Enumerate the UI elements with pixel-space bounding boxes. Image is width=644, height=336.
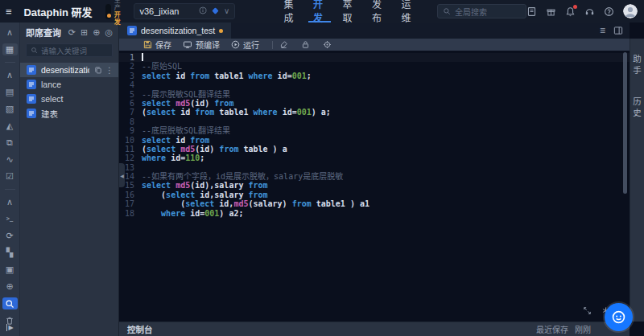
right-tab-assistant[interactable]: 助手 bbox=[631, 55, 643, 76]
panel-title: 即席查询 bbox=[26, 26, 64, 39]
editor-tab-bar: desensitization_test ≡ bbox=[119, 23, 630, 39]
code-line-17[interactable]: 17 (select id,md5(salary) from table1 ) … bbox=[119, 199, 630, 208]
env-toggle-track[interactable] bbox=[105, 4, 111, 19]
code-line-18[interactable]: 18 where id=001) a2; bbox=[119, 209, 630, 218]
code-line-8[interactable]: 8 bbox=[119, 117, 630, 126]
rail-chevron-up-icon[interactable]: ∧ bbox=[2, 196, 18, 208]
run-button[interactable]: 运行 bbox=[231, 39, 259, 51]
list-item-2[interactable]: select bbox=[20, 92, 118, 106]
code-line-16[interactable]: 16 (select id,salary from bbox=[119, 191, 630, 199]
rail-search-icon[interactable] bbox=[2, 297, 18, 309]
line-number: 7 bbox=[119, 108, 142, 117]
top-bar: ≡ Dataphin 研发 生产 开发 v36_jixian ∨ 集成开发萃取发… bbox=[0, 0, 644, 23]
code-line-5[interactable]: 5--展示脱敏SQL翻译结果 bbox=[119, 90, 630, 99]
collapse-panel-handle[interactable]: ◀ bbox=[119, 163, 125, 187]
code-line-3[interactable]: 3select id from table1 where id=001; bbox=[119, 72, 630, 80]
new-folder-icon[interactable]: ⊕ bbox=[93, 28, 100, 37]
rail-table-icon[interactable]: ▦ bbox=[2, 43, 18, 55]
rail-pyramid-icon[interactable]: ◭ bbox=[2, 120, 18, 132]
code-line-10[interactable]: 10select id from bbox=[119, 136, 630, 145]
format-icon[interactable] bbox=[279, 40, 288, 49]
left-icon-rail: ∧▦∧▤▧◭⧉∿☑∧>_⟳▚▣⊕▶ bbox=[0, 23, 20, 336]
env-toggle[interactable]: 生产 开发 bbox=[105, 0, 125, 26]
expand-rail-icon[interactable]: ▶ bbox=[0, 324, 20, 331]
code-line-7[interactable]: 7(select id from table1 where id=001) a; bbox=[119, 108, 630, 117]
topnav-item-2[interactable]: 萃取 bbox=[337, 0, 361, 23]
main-menu-icon[interactable]: ≡ bbox=[0, 6, 17, 18]
list-item-1[interactable]: lance bbox=[20, 77, 118, 92]
more-actions-icon[interactable]: ⋮ bbox=[105, 66, 114, 75]
info-icon[interactable] bbox=[199, 6, 207, 16]
code-line-content: (select md5(id) from table ) a bbox=[142, 145, 287, 154]
user-avatar[interactable] bbox=[623, 4, 638, 18]
global-search-input[interactable]: 全局搜索 bbox=[437, 4, 526, 18]
rail-check-square-icon[interactable]: ☑ bbox=[2, 170, 18, 182]
list-item-0[interactable]: desensitization_test⋮ bbox=[20, 63, 118, 77]
editor-scrollbar[interactable] bbox=[623, 52, 627, 194]
code-line-2[interactable]: 2--原始SQL bbox=[119, 62, 630, 71]
list-item-label: select bbox=[41, 94, 114, 104]
rail-trend-icon[interactable]: ∿ bbox=[2, 154, 18, 166]
topnav-item-1[interactable]: 开发 bbox=[308, 0, 332, 23]
support-headset-icon[interactable] bbox=[584, 6, 595, 17]
rail-divider bbox=[5, 62, 15, 63]
locate-icon[interactable] bbox=[323, 40, 332, 49]
rail-chart-icon[interactable]: ▧ bbox=[2, 103, 18, 115]
adhoc-query-panel: 即席查询 ⟳ ⊞ ⊕ ◎ 请输入关键词 desensitization_test… bbox=[20, 23, 119, 336]
customer-service-button[interactable] bbox=[605, 303, 633, 331]
line-number: 2 bbox=[119, 62, 142, 71]
topnav-item-4[interactable]: 运维 bbox=[396, 0, 419, 23]
right-tab-history[interactable]: 历史 bbox=[631, 97, 643, 119]
code-line-content: select md5(id) from bbox=[142, 99, 233, 108]
locate-file-icon[interactable]: ◎ bbox=[105, 28, 113, 37]
line-number: 1 bbox=[119, 53, 142, 62]
help-icon[interactable] bbox=[604, 6, 614, 17]
rail-dashboard-icon[interactable]: ▚ bbox=[2, 247, 18, 259]
fullscreen-icon[interactable] bbox=[583, 306, 592, 315]
refresh-icon[interactable]: ⟳ bbox=[68, 28, 76, 37]
precompile-icon bbox=[183, 40, 192, 49]
rail-chevron-up-icon[interactable]: ∧ bbox=[2, 69, 18, 81]
code-line-11[interactable]: 11(select md5(id) from table ) a bbox=[119, 145, 630, 154]
rail-inbox-icon[interactable]: ▣ bbox=[2, 264, 18, 276]
line-number: 18 bbox=[119, 209, 142, 218]
rail-layers-icon[interactable]: ⧉ bbox=[2, 137, 18, 149]
docs-icon[interactable] bbox=[526, 6, 537, 17]
rail-doc-icon[interactable]: ▤ bbox=[2, 86, 18, 98]
tab-list-icon[interactable]: ≡ bbox=[600, 26, 605, 35]
code-line-1[interactable]: 1 bbox=[119, 53, 630, 62]
rail-chevron-up-icon[interactable]: ∧ bbox=[2, 27, 18, 39]
editor-layout-icon[interactable] bbox=[613, 26, 623, 35]
rail-terminal-icon[interactable]: >_ bbox=[2, 213, 18, 225]
toolbar-divider bbox=[272, 41, 273, 49]
console-toggle[interactable]: 控制台 bbox=[127, 323, 153, 335]
precompile-button[interactable]: 预编译 bbox=[183, 39, 220, 51]
panel-search-input[interactable]: 请输入关键词 bbox=[26, 43, 113, 57]
text-cursor bbox=[142, 53, 143, 61]
list-item-3[interactable]: 建表 bbox=[20, 106, 118, 121]
topnav-item-3[interactable]: 发布 bbox=[367, 0, 390, 23]
copy-icon[interactable] bbox=[94, 66, 102, 74]
rail-compass-icon[interactable]: ⊕ bbox=[2, 281, 18, 293]
save-button[interactable]: 保存 bbox=[143, 39, 171, 51]
sql-code-editor[interactable]: 12--原始SQL3select id from table1 where id… bbox=[119, 51, 630, 322]
code-line-14[interactable]: 14--如果有两个字段，id是展示脱敏，salary是底层脱敏 bbox=[119, 172, 630, 181]
search-icon bbox=[31, 47, 38, 54]
topnav-item-0[interactable]: 集成 bbox=[279, 0, 302, 23]
notifications-bell-icon[interactable] bbox=[565, 6, 576, 17]
gift-icon[interactable] bbox=[546, 6, 556, 17]
code-line-6[interactable]: 6select md5(id) from bbox=[119, 99, 630, 108]
code-line-13[interactable]: 13 bbox=[119, 163, 630, 172]
code-line-12[interactable]: 12where id=110; bbox=[119, 154, 630, 162]
workspace-selector[interactable]: v36_jixian ∨ bbox=[134, 3, 235, 19]
code-line-4[interactable]: 4 bbox=[119, 80, 630, 89]
top-bar-icons bbox=[526, 4, 638, 18]
chevron-down-icon[interactable]: ∨ bbox=[224, 7, 229, 15]
rail-sync-icon[interactable]: ⟳ bbox=[2, 230, 18, 242]
lock-icon[interactable] bbox=[301, 40, 310, 49]
tab-desensitization-test[interactable]: desensitization_test bbox=[119, 23, 231, 39]
new-file-icon[interactable]: ⊞ bbox=[80, 28, 88, 37]
run-icon bbox=[231, 40, 240, 49]
code-line-9[interactable]: 9--底层脱敏SQL翻译结果 bbox=[119, 126, 630, 135]
code-line-15[interactable]: 15select md5(id),salary from bbox=[119, 181, 630, 190]
